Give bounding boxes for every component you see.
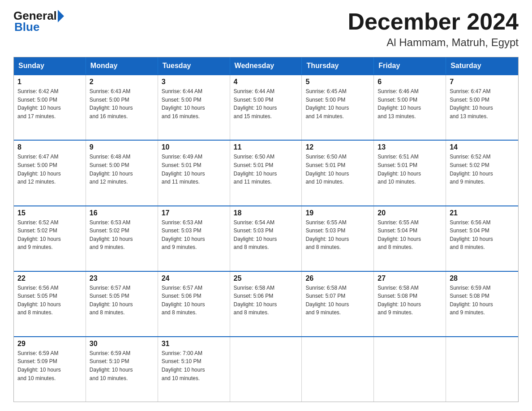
week-row-2: 8Sunrise: 6:47 AM Sunset: 5:00 PM Daylig… bbox=[14, 140, 518, 205]
week-row-5: 29Sunrise: 6:59 AM Sunset: 5:09 PM Dayli… bbox=[14, 336, 518, 402]
day-info: Sunrise: 6:58 AM Sunset: 5:08 PM Dayligh… bbox=[378, 284, 442, 317]
day-number: 17 bbox=[162, 209, 226, 217]
day-cell-27: 27Sunrise: 6:58 AM Sunset: 5:08 PM Dayli… bbox=[374, 272, 446, 336]
logo-arrow-icon bbox=[58, 10, 64, 22]
day-info: Sunrise: 6:47 AM Sunset: 5:00 PM Dayligh… bbox=[17, 153, 82, 186]
header-day-friday: Friday bbox=[374, 57, 446, 74]
day-cell-16: 16Sunrise: 6:53 AM Sunset: 5:02 PM Dayli… bbox=[86, 206, 158, 271]
day-cell-15: 15Sunrise: 6:52 AM Sunset: 5:02 PM Dayli… bbox=[14, 206, 86, 271]
day-cell-18: 18Sunrise: 6:54 AM Sunset: 5:03 PM Dayli… bbox=[230, 206, 302, 271]
day-info: Sunrise: 6:52 AM Sunset: 5:02 PM Dayligh… bbox=[450, 153, 515, 186]
day-number: 7 bbox=[450, 78, 515, 86]
week-row-1: 1Sunrise: 6:42 AM Sunset: 5:00 PM Daylig… bbox=[14, 74, 518, 140]
day-cell-3: 3Sunrise: 6:44 AM Sunset: 5:00 PM Daylig… bbox=[158, 75, 230, 140]
day-number: 26 bbox=[305, 274, 370, 283]
day-number: 15 bbox=[17, 209, 82, 217]
day-cell-22: 22Sunrise: 6:56 AM Sunset: 5:05 PM Dayli… bbox=[14, 272, 86, 336]
header-day-saturday: Saturday bbox=[446, 57, 518, 74]
day-number: 9 bbox=[90, 143, 154, 151]
day-info: Sunrise: 6:43 AM Sunset: 5:00 PM Dayligh… bbox=[90, 87, 154, 120]
day-cell-4: 4Sunrise: 6:44 AM Sunset: 5:00 PM Daylig… bbox=[230, 75, 302, 140]
day-cell-empty bbox=[302, 337, 374, 402]
title-block: December 2024 Al Hammam, Matruh, Egypt bbox=[348, 9, 519, 49]
day-number: 14 bbox=[450, 143, 515, 151]
calendar: SundayMondayTuesdayWednesdayThursdayFrid… bbox=[13, 57, 519, 402]
day-cell-13: 13Sunrise: 6:51 AM Sunset: 5:01 PM Dayli… bbox=[374, 141, 446, 205]
day-cell-11: 11Sunrise: 6:50 AM Sunset: 5:01 PM Dayli… bbox=[230, 141, 302, 205]
day-info: Sunrise: 6:46 AM Sunset: 5:00 PM Dayligh… bbox=[378, 87, 442, 120]
day-cell-30: 30Sunrise: 6:59 AM Sunset: 5:10 PM Dayli… bbox=[86, 337, 158, 402]
day-cell-23: 23Sunrise: 6:57 AM Sunset: 5:05 PM Dayli… bbox=[86, 272, 158, 336]
day-number: 8 bbox=[17, 143, 82, 151]
day-number: 3 bbox=[162, 78, 226, 86]
day-info: Sunrise: 6:45 AM Sunset: 5:00 PM Dayligh… bbox=[305, 87, 370, 120]
day-number: 1 bbox=[17, 78, 82, 86]
day-cell-31: 31Sunrise: 7:00 AM Sunset: 5:10 PM Dayli… bbox=[158, 337, 230, 402]
day-cell-20: 20Sunrise: 6:55 AM Sunset: 5:04 PM Dayli… bbox=[374, 206, 446, 271]
day-info: Sunrise: 6:53 AM Sunset: 5:03 PM Dayligh… bbox=[162, 218, 226, 252]
day-number: 29 bbox=[17, 340, 82, 348]
day-info: Sunrise: 6:53 AM Sunset: 5:02 PM Dayligh… bbox=[90, 218, 154, 252]
day-cell-8: 8Sunrise: 6:47 AM Sunset: 5:00 PM Daylig… bbox=[14, 141, 86, 205]
day-cell-2: 2Sunrise: 6:43 AM Sunset: 5:00 PM Daylig… bbox=[86, 75, 158, 140]
day-cell-5: 5Sunrise: 6:45 AM Sunset: 5:00 PM Daylig… bbox=[302, 75, 374, 140]
day-cell-21: 21Sunrise: 6:56 AM Sunset: 5:04 PM Dayli… bbox=[446, 206, 518, 271]
header-day-monday: Monday bbox=[86, 57, 158, 74]
month-title: December 2024 bbox=[348, 9, 519, 34]
day-info: Sunrise: 6:57 AM Sunset: 5:06 PM Dayligh… bbox=[162, 284, 226, 317]
day-cell-24: 24Sunrise: 6:57 AM Sunset: 5:06 PM Dayli… bbox=[158, 272, 230, 336]
day-number: 19 bbox=[305, 209, 370, 217]
day-cell-10: 10Sunrise: 6:49 AM Sunset: 5:01 PM Dayli… bbox=[158, 141, 230, 205]
day-cell-14: 14Sunrise: 6:52 AM Sunset: 5:02 PM Dayli… bbox=[446, 141, 518, 205]
day-cell-19: 19Sunrise: 6:55 AM Sunset: 5:03 PM Dayli… bbox=[302, 206, 374, 271]
day-info: Sunrise: 6:57 AM Sunset: 5:05 PM Dayligh… bbox=[90, 284, 154, 317]
day-cell-25: 25Sunrise: 6:58 AM Sunset: 5:06 PM Dayli… bbox=[230, 272, 302, 336]
week-row-4: 22Sunrise: 6:56 AM Sunset: 5:05 PM Dayli… bbox=[14, 271, 518, 336]
header-day-thursday: Thursday bbox=[302, 57, 374, 74]
day-cell-7: 7Sunrise: 6:47 AM Sunset: 5:00 PM Daylig… bbox=[446, 75, 518, 140]
location-title: Al Hammam, Matruh, Egypt bbox=[348, 36, 519, 49]
day-cell-9: 9Sunrise: 6:48 AM Sunset: 5:00 PM Daylig… bbox=[86, 141, 158, 205]
day-number: 13 bbox=[378, 143, 442, 151]
day-number: 16 bbox=[90, 209, 154, 217]
day-info: Sunrise: 6:50 AM Sunset: 5:01 PM Dayligh… bbox=[305, 153, 370, 186]
day-cell-empty bbox=[446, 337, 518, 402]
day-number: 23 bbox=[90, 274, 154, 283]
day-cell-29: 29Sunrise: 6:59 AM Sunset: 5:09 PM Dayli… bbox=[14, 337, 86, 402]
day-number: 30 bbox=[90, 340, 154, 348]
day-number: 11 bbox=[234, 143, 298, 151]
day-number: 25 bbox=[234, 274, 298, 283]
day-info: Sunrise: 6:55 AM Sunset: 5:03 PM Dayligh… bbox=[305, 218, 370, 252]
day-info: Sunrise: 6:49 AM Sunset: 5:01 PM Dayligh… bbox=[162, 153, 226, 186]
day-info: Sunrise: 6:59 AM Sunset: 5:09 PM Dayligh… bbox=[17, 349, 82, 382]
day-info: Sunrise: 6:51 AM Sunset: 5:01 PM Dayligh… bbox=[378, 153, 442, 186]
day-info: Sunrise: 6:54 AM Sunset: 5:03 PM Dayligh… bbox=[234, 218, 298, 252]
day-number: 18 bbox=[234, 209, 298, 217]
day-number: 22 bbox=[17, 274, 82, 283]
day-info: Sunrise: 6:48 AM Sunset: 5:00 PM Dayligh… bbox=[90, 153, 154, 186]
page: General Blue December 2024 Al Hammam, Ma… bbox=[0, 0, 532, 411]
day-cell-12: 12Sunrise: 6:50 AM Sunset: 5:01 PM Dayli… bbox=[302, 141, 374, 205]
day-cell-17: 17Sunrise: 6:53 AM Sunset: 5:03 PM Dayli… bbox=[158, 206, 230, 271]
day-number: 28 bbox=[450, 274, 515, 283]
header-day-sunday: Sunday bbox=[14, 57, 86, 74]
calendar-header: SundayMondayTuesdayWednesdayThursdayFrid… bbox=[14, 57, 518, 74]
day-info: Sunrise: 6:59 AM Sunset: 5:10 PM Dayligh… bbox=[90, 349, 154, 382]
day-number: 2 bbox=[90, 78, 154, 86]
day-cell-empty bbox=[374, 337, 446, 402]
day-info: Sunrise: 6:50 AM Sunset: 5:01 PM Dayligh… bbox=[234, 153, 298, 186]
header: General Blue December 2024 Al Hammam, Ma… bbox=[13, 9, 519, 49]
day-number: 21 bbox=[450, 209, 515, 217]
day-info: Sunrise: 6:52 AM Sunset: 5:02 PM Dayligh… bbox=[17, 218, 82, 252]
day-info: Sunrise: 6:55 AM Sunset: 5:04 PM Dayligh… bbox=[378, 218, 442, 252]
logo: General Blue bbox=[13, 9, 65, 34]
day-info: Sunrise: 6:56 AM Sunset: 5:04 PM Dayligh… bbox=[450, 218, 515, 252]
day-cell-6: 6Sunrise: 6:46 AM Sunset: 5:00 PM Daylig… bbox=[374, 75, 446, 140]
day-number: 24 bbox=[162, 274, 226, 283]
day-info: Sunrise: 6:47 AM Sunset: 5:00 PM Dayligh… bbox=[450, 87, 515, 120]
day-info: Sunrise: 6:56 AM Sunset: 5:05 PM Dayligh… bbox=[17, 284, 82, 317]
day-number: 20 bbox=[378, 209, 442, 217]
day-cell-26: 26Sunrise: 6:58 AM Sunset: 5:07 PM Dayli… bbox=[302, 272, 374, 336]
day-number: 6 bbox=[378, 78, 442, 86]
day-number: 4 bbox=[234, 78, 298, 86]
